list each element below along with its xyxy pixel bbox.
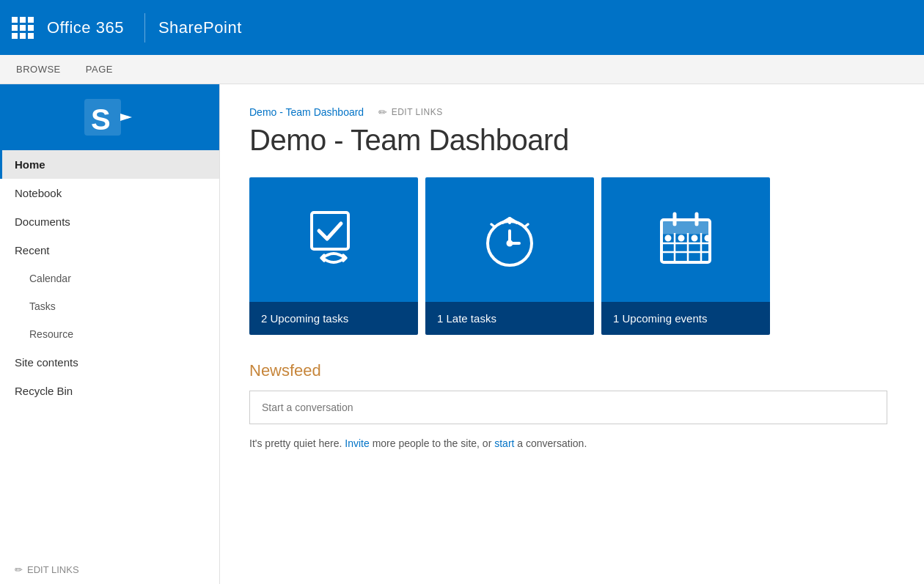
sidebar-item-recent[interactable]: Recent	[0, 236, 219, 265]
start-link[interactable]: start	[494, 437, 514, 449]
breadcrumb-link[interactable]: Demo - Team Dashboard	[249, 106, 364, 118]
sidebar-edit-links-button[interactable]: ✏ EDIT LINKS	[0, 555, 219, 584]
tile-upcoming-events[interactable]: 1 Upcoming events	[601, 177, 770, 335]
svg-point-24	[705, 236, 710, 240]
content-area: Demo - Team Dashboard ✏ EDIT LINKS Demo …	[220, 84, 924, 584]
sidebar-item-tasks[interactable]: Tasks	[0, 292, 219, 320]
sidebar-navigation: Home Notebook Documents Recent Calendar …	[0, 150, 219, 555]
sharepoint-logo-icon: S	[81, 92, 139, 143]
edit-links-button[interactable]: ✏ EDIT LINKS	[378, 106, 443, 118]
secondary-nav: BROWSE PAGE	[0, 55, 924, 84]
newsfeed-message: It's pretty quiet here. Invite more peop…	[249, 437, 895, 449]
svg-line-7	[491, 224, 495, 227]
sidebar-item-documents[interactable]: Documents	[0, 207, 219, 236]
page-title: Demo - Team Dashboard	[249, 124, 895, 157]
edit-links-label: EDIT LINKS	[392, 107, 443, 117]
sidebar: S Home Notebook Documents Recent Calenda…	[0, 84, 220, 584]
svg-line-8	[524, 224, 528, 227]
sidebar-item-site-contents[interactable]: Site contents	[0, 348, 219, 377]
tile-upcoming-tasks-label: 2 Upcoming tasks	[249, 302, 418, 335]
tile-upcoming-tasks-icon-area	[249, 177, 418, 302]
svg-text:S: S	[91, 103, 111, 136]
waffle-icon[interactable]	[12, 17, 34, 39]
nav-browse[interactable]: BROWSE	[15, 56, 62, 82]
sidebar-item-home[interactable]: Home	[0, 150, 219, 179]
newsfeed-section: Newsfeed It's pretty quiet here. Invite …	[249, 361, 895, 449]
tile-upcoming-tasks[interactable]: 2 Upcoming tasks	[249, 177, 418, 335]
dashboard-tiles: 2 Upcoming tasks	[249, 177, 895, 335]
calendar-icon	[653, 205, 719, 274]
sidebar-item-notebook[interactable]: Notebook	[0, 179, 219, 207]
newsfeed-message-before: It's pretty quiet here.	[249, 437, 345, 449]
office365-title: Office 365	[47, 18, 124, 37]
svg-rect-13	[661, 220, 710, 233]
nav-page[interactable]: PAGE	[84, 56, 114, 82]
sidebar-item-calendar[interactable]: Calendar	[0, 265, 219, 292]
top-bar-divider	[144, 13, 145, 42]
main-layout: S Home Notebook Documents Recent Calenda…	[0, 84, 924, 584]
tile-late-tasks[interactable]: 1 Late tasks	[425, 177, 594, 335]
svg-point-23	[692, 236, 697, 240]
svg-point-11	[507, 241, 512, 245]
newsfeed-message-middle: more people to the site, or	[370, 437, 494, 449]
sidebar-logo: S	[0, 84, 219, 150]
pencil-icon: ✏	[15, 564, 23, 575]
tile-upcoming-events-icon-area	[601, 177, 770, 302]
sidebar-edit-links-label: EDIT LINKS	[27, 564, 79, 575]
tile-late-tasks-icon-area	[425, 177, 594, 302]
app-title: SharePoint	[158, 18, 242, 37]
sidebar-item-recycle-bin[interactable]: Recycle Bin	[0, 377, 219, 405]
clock-icon	[477, 205, 543, 274]
top-bar: Office 365 SharePoint	[0, 0, 924, 55]
newsfeed-title: Newsfeed	[249, 361, 895, 380]
invite-link[interactable]: Invite	[345, 437, 369, 449]
tile-upcoming-events-label: 1 Upcoming events	[601, 302, 770, 335]
svg-point-21	[666, 236, 670, 240]
sidebar-item-resource[interactable]: Resource	[0, 320, 219, 348]
tasks-icon	[301, 205, 367, 274]
breadcrumb-row: Demo - Team Dashboard ✏ EDIT LINKS	[249, 106, 895, 118]
newsfeed-input[interactable]	[249, 391, 887, 424]
tile-late-tasks-label: 1 Late tasks	[425, 302, 594, 335]
svg-point-22	[679, 236, 683, 240]
pencil-icon: ✏	[378, 106, 388, 118]
newsfeed-message-after: a conversation.	[514, 437, 587, 449]
